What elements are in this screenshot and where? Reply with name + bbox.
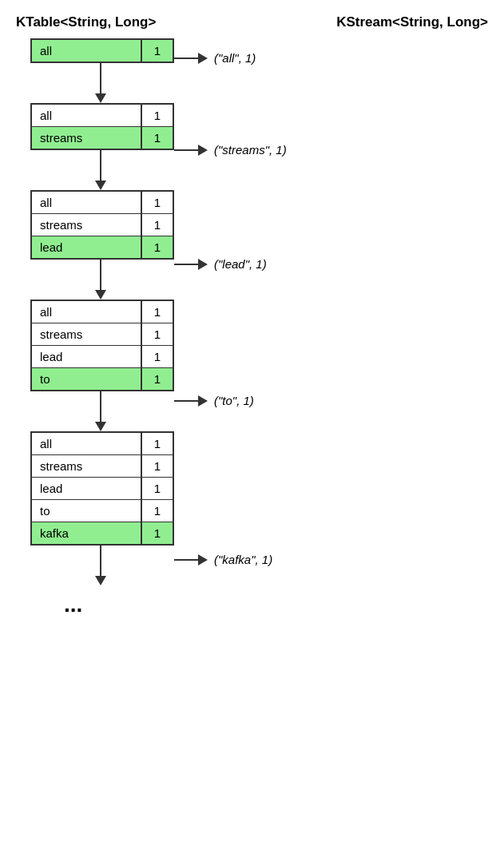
step-4: all1streams1lead1to1kafka1("kafka", 1) xyxy=(0,431,504,546)
state-block-0: all1 xyxy=(30,38,174,63)
state-row-1-1: streams1 xyxy=(32,127,173,149)
arrow-head-0 xyxy=(198,53,208,64)
state-row-4-2: lead1 xyxy=(32,478,173,500)
down-arrow-1 xyxy=(95,181,106,190)
connector-0 xyxy=(0,63,504,103)
main-container: KTable<String, Long> KStream<String, Lon… xyxy=(0,0,504,617)
down-arrow-0 xyxy=(95,93,106,103)
step-0: all1("all", 1) xyxy=(0,38,504,63)
down-arrow-final xyxy=(95,576,106,585)
arrow-head-1 xyxy=(198,145,208,156)
state-row-2-2: lead1 xyxy=(32,236,173,258)
key-cell-2-0: all xyxy=(32,192,141,213)
emission-arrow-0: ("all", 1) xyxy=(174,51,342,65)
key-cell-1-0: all xyxy=(32,105,141,126)
arrow-head-4 xyxy=(198,554,208,565)
key-cell-3-1: streams xyxy=(32,323,141,345)
h-line-0 xyxy=(174,58,198,59)
arrow-head-3 xyxy=(198,395,208,407)
key-cell-3-3: to xyxy=(32,368,141,390)
val-cell-2-0: 1 xyxy=(141,192,173,213)
key-cell-2-2: lead xyxy=(32,236,141,258)
key-cell-3-2: lead xyxy=(32,346,141,367)
event-label-4: ("kafka", 1) xyxy=(214,553,272,566)
state-block-3: all1streams1lead1to1 xyxy=(30,300,174,391)
kstream-header-label: KStream<String, Long> xyxy=(336,14,488,30)
v-line-2 xyxy=(100,260,101,290)
header: KTable<String, Long> KStream<String, Lon… xyxy=(0,0,504,38)
v-line-1 xyxy=(100,150,101,181)
state-row-4-3: to1 xyxy=(32,500,173,522)
key-cell-2-1: streams xyxy=(32,214,141,236)
val-cell-4-4: 1 xyxy=(141,522,173,544)
state-row-4-0: all1 xyxy=(32,433,173,455)
val-cell-4-1: 1 xyxy=(141,455,173,477)
key-cell-4-1: streams xyxy=(32,455,141,477)
key-cell-0-0: all xyxy=(32,40,141,62)
val-cell-2-1: 1 xyxy=(141,214,173,236)
key-cell-4-4: kafka xyxy=(32,522,141,544)
val-cell-1-0: 1 xyxy=(141,105,173,126)
h-line-3 xyxy=(174,400,198,402)
state-row-4-1: streams1 xyxy=(32,455,173,478)
event-label-1: ("streams", 1) xyxy=(214,143,287,157)
ktable-header-label: KTable<String, Long> xyxy=(16,14,156,30)
val-cell-2-2: 1 xyxy=(141,236,173,258)
v-line-3 xyxy=(100,391,101,422)
h-line-4 xyxy=(174,559,198,561)
h-line-2 xyxy=(174,264,198,265)
state-row-3-1: streams1 xyxy=(32,323,173,346)
down-arrow-3 xyxy=(95,422,106,431)
event-label-0: ("all", 1) xyxy=(214,51,256,65)
state-row-3-2: lead1 xyxy=(32,346,173,368)
h-line-1 xyxy=(174,149,198,151)
emission-arrow-2: ("lead", 1) xyxy=(174,257,342,271)
down-arrow-2 xyxy=(95,290,106,300)
state-row-3-0: all1 xyxy=(32,301,173,323)
event-label-3: ("to", 1) xyxy=(214,394,254,407)
arrow-head-2 xyxy=(198,259,208,270)
val-cell-1-1: 1 xyxy=(141,127,173,149)
state-row-2-1: streams1 xyxy=(32,214,173,236)
key-cell-1-1: streams xyxy=(32,127,141,149)
state-block-1: all1streams1 xyxy=(30,103,174,150)
state-row-3-3: to1 xyxy=(32,368,173,390)
state-block-2: all1streams1lead1 xyxy=(30,190,174,260)
steps-container: all1("all", 1)all1streams1("streams", 1)… xyxy=(0,38,504,617)
emission-arrow-4: ("kafka", 1) xyxy=(174,553,342,566)
step-2: all1streams1lead1("lead", 1) xyxy=(0,190,504,260)
key-cell-4-3: to xyxy=(32,500,141,522)
val-cell-3-0: 1 xyxy=(141,301,173,323)
val-cell-4-3: 1 xyxy=(141,500,173,522)
v-line-final xyxy=(100,546,101,576)
val-cell-3-2: 1 xyxy=(141,346,173,367)
val-cell-0-0: 1 xyxy=(141,40,173,62)
val-cell-3-1: 1 xyxy=(141,323,173,345)
v-line-0 xyxy=(100,63,101,93)
emission-arrow-1: ("streams", 1) xyxy=(174,143,342,157)
event-label-2: ("lead", 1) xyxy=(214,257,267,271)
step-3: all1streams1lead1to1("to", 1) xyxy=(0,300,504,391)
state-row-1-0: all1 xyxy=(32,105,173,127)
state-row-0-0: all1 xyxy=(32,40,173,62)
key-cell-4-2: lead xyxy=(32,478,141,499)
state-row-2-0: all1 xyxy=(32,192,173,214)
key-cell-4-0: all xyxy=(32,433,141,454)
val-cell-4-2: 1 xyxy=(141,478,173,499)
emission-arrow-3: ("to", 1) xyxy=(174,394,342,407)
key-cell-3-0: all xyxy=(32,301,141,323)
state-block-4: all1streams1lead1to1kafka1 xyxy=(30,431,174,546)
val-cell-4-0: 1 xyxy=(141,433,173,454)
continuation-dots: ... xyxy=(0,585,504,617)
step-1: all1streams1("streams", 1) xyxy=(0,103,504,150)
state-row-4-4: kafka1 xyxy=(32,522,173,544)
val-cell-3-3: 1 xyxy=(141,368,173,390)
